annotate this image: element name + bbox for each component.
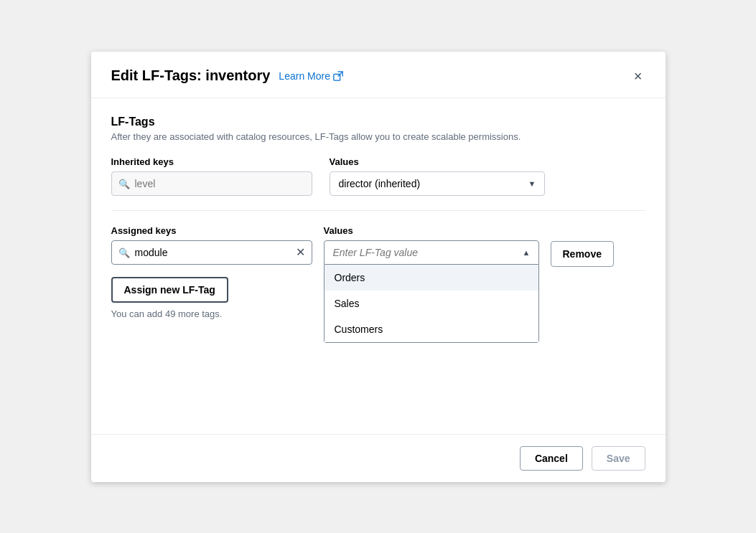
inherited-form-row: Inherited keys 🔍 Values director (inheri… <box>111 156 645 196</box>
search-icon-assigned: 🔍 <box>118 247 130 258</box>
save-button[interactable]: Save <box>592 446 645 471</box>
search-icon: 🔍 <box>118 178 130 189</box>
learn-more-label: Learn More <box>279 70 330 82</box>
inherited-values-select-wrapper: director (inherited) ▼ <box>330 171 545 196</box>
dropdown-item-orders[interactable]: Orders <box>325 265 538 291</box>
modal-footer: Cancel Save <box>91 434 666 482</box>
assigned-input-wrapper: 🔍 ✕ <box>111 240 312 265</box>
dropdown-item-sales[interactable]: Sales <box>325 291 538 316</box>
inherited-keys-label: Inherited keys <box>111 156 312 167</box>
inherited-values-select[interactable]: director (inherited) <box>330 171 545 196</box>
remove-button[interactable]: Remove <box>551 241 614 267</box>
modal-overlay: Edit LF-Tags: inventory Learn More × LF-… <box>0 0 756 533</box>
inherited-values-label: Values <box>330 156 545 167</box>
lf-tags-section: LF-Tags After they are associated with c… <box>111 115 645 196</box>
assign-new-lf-tag-button[interactable]: Assign new LF-Tag <box>111 277 228 303</box>
lf-tags-description: After they are associated with catalog r… <box>111 131 645 142</box>
values-input-container: ▲ <box>324 240 539 265</box>
inherited-keys-col: Inherited keys 🔍 <box>111 156 312 196</box>
cancel-button[interactable]: Cancel <box>520 446 583 471</box>
lf-tags-title: LF-Tags <box>111 115 645 128</box>
inherited-values-col: Values director (inherited) ▼ <box>330 156 545 196</box>
external-link-icon <box>333 71 343 81</box>
title-group: Edit LF-Tags: inventory Learn More <box>111 67 343 84</box>
assigned-keys-col: Assigned keys 🔍 ✕ <box>111 225 312 265</box>
clear-assigned-keys-button[interactable]: ✕ <box>296 247 305 258</box>
learn-more-link[interactable]: Learn More <box>279 70 343 82</box>
modal-body: LF-Tags After they are associated with c… <box>91 98 666 336</box>
modal-title: Edit LF-Tags: inventory <box>111 67 271 84</box>
section-divider <box>111 210 645 211</box>
assigned-values-col: Values ▲ Orders Sales Customers <box>324 225 539 265</box>
assigned-keys-label: Assigned keys <box>111 225 312 236</box>
modal-container: Edit LF-Tags: inventory Learn More × LF-… <box>91 52 666 482</box>
inherited-keys-input[interactable] <box>111 171 312 196</box>
assigned-keys-input[interactable] <box>111 240 312 265</box>
inherited-keys-input-wrapper: 🔍 <box>111 171 312 196</box>
assigned-section: Assigned keys 🔍 ✕ Values ▲ <box>111 225 645 319</box>
assigned-values-label: Values <box>324 225 539 236</box>
values-tag-input[interactable] <box>324 240 539 265</box>
remove-col: Remove <box>551 225 614 267</box>
modal-header: Edit LF-Tags: inventory Learn More × <box>91 52 666 98</box>
values-dropdown-wrapper: ▲ Orders Sales Customers <box>324 240 539 265</box>
assigned-form-row: Assigned keys 🔍 ✕ Values ▲ <box>111 225 645 267</box>
dropdown-item-customers[interactable]: Customers <box>325 316 538 342</box>
close-button[interactable]: × <box>631 66 645 86</box>
values-dropdown-list: Orders Sales Customers <box>324 265 539 343</box>
